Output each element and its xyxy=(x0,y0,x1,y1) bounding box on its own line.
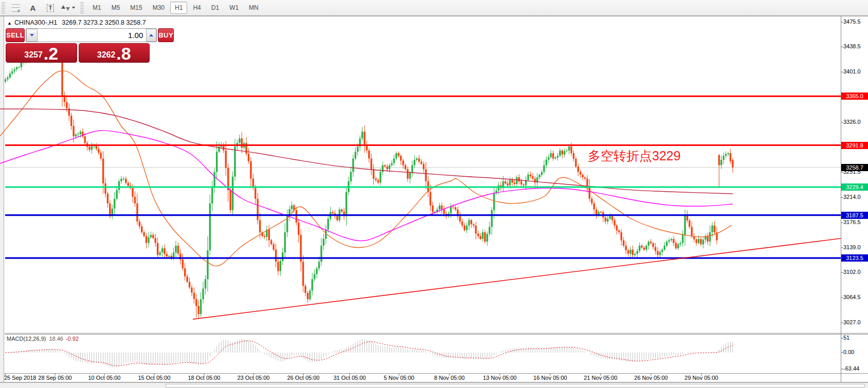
sell-price-main: 3257 xyxy=(24,51,43,59)
price-level-badge-3123.5: 3123.5 xyxy=(841,254,868,262)
date-axis-label: 5 Nov 05:00 xyxy=(384,375,414,381)
sell-button[interactable]: SELL xyxy=(6,28,25,42)
status-strip-inset xyxy=(166,384,865,387)
macd-axis-label: 0.00 xyxy=(843,349,854,355)
price-axis-label: 3475.5 xyxy=(843,19,861,25)
price-level-badge-3291.8: 3291.8 xyxy=(841,142,868,149)
price-axis-label: 3176.5 xyxy=(843,219,861,225)
buy-price-box[interactable]: 3262.8 xyxy=(79,43,150,63)
price-axis-label: 3064.5 xyxy=(843,294,861,300)
price-axis-label: 3326.0 xyxy=(843,119,861,125)
macd-value: 18.46 xyxy=(49,336,63,342)
volume-decrease-button[interactable] xyxy=(26,29,38,42)
mt4-window: F A T M1M5M15M30H1H4D1W1MN ▲CHINA300-,H1… xyxy=(0,0,868,388)
volume-input[interactable] xyxy=(38,29,146,42)
macd-histogram xyxy=(6,339,733,368)
price-level-badge-3187.5: 3187.5 xyxy=(841,212,868,219)
macd-axis-label: 51 xyxy=(843,335,849,341)
date-axis-label: 23 Oct 05:00 xyxy=(238,375,270,381)
date-axis-label: 31 Oct 05:00 xyxy=(334,375,366,381)
date-axis-label: 29 Nov 05:00 xyxy=(684,375,718,381)
chart-title: ▲CHINA300-,H13269.7 3273.2 3250.8 3258.7 xyxy=(7,19,146,26)
price-axis-label: 3139.0 xyxy=(843,244,861,250)
spinner-up-icon xyxy=(149,34,153,36)
price-axis-label: 3438.5 xyxy=(843,43,861,49)
date-axis-label: 13 Nov 05:00 xyxy=(483,375,516,381)
price-axis-label: 3401.0 xyxy=(843,68,861,75)
price-axis-label: 3102.0 xyxy=(843,269,861,275)
date-axis-label: 21 Nov 05:00 xyxy=(584,375,617,381)
price-level-badge-3258.7: 3258.7 xyxy=(841,164,868,171)
date-axis-label: 18 Oct 05:00 xyxy=(188,375,221,381)
sell-price-frac: .2 xyxy=(44,46,58,61)
price-axis-label: 3027.0 xyxy=(843,319,861,325)
buy-button[interactable]: BUY xyxy=(158,28,174,42)
chart-annotation: 多空转折点3229 xyxy=(588,147,681,164)
ascending-trend-line[interactable] xyxy=(193,238,841,319)
date-axis-label: 28 Sep 05:00 xyxy=(38,375,71,381)
macd-name: MACD(12,26,9) xyxy=(7,336,46,342)
date-axis-label: 10 Oct 05:00 xyxy=(88,375,121,381)
one-click-trading-panel: SELL BUY 3257.2 3262.8 xyxy=(6,28,150,63)
date-axis-label: 8 Nov 05:00 xyxy=(434,375,464,381)
spinner-down-icon xyxy=(30,34,34,36)
buy-price-frac: .8 xyxy=(116,46,131,61)
date-axis-label: 15 Oct 05:00 xyxy=(138,375,171,381)
volume-increase-button[interactable] xyxy=(146,29,156,42)
volume-spinner xyxy=(26,28,157,42)
price-axis-label: 3214.0 xyxy=(843,194,861,200)
date-axis-label: 16 Nov 05:00 xyxy=(533,375,567,381)
price-level-badge-3365.0: 3365.0 xyxy=(841,93,868,100)
macd-signal-value: -0.92 xyxy=(66,336,79,342)
price-level-badge-3229.4: 3229.4 xyxy=(841,183,868,191)
macd-indicator-label: MACD(12,26,9)18.46-0.92 xyxy=(7,336,79,342)
date-axis-label: 25 Sep 2018 xyxy=(4,375,36,381)
collapse-panel-icon[interactable]: ▲ xyxy=(7,21,12,26)
ohlc-values: 3269.7 3273.2 3250.8 3258.7 xyxy=(62,19,146,26)
macd-axis-label: -63.44 xyxy=(843,365,859,372)
date-axis-label: 26 Nov 05:00 xyxy=(634,375,667,381)
sell-price-box[interactable]: 3257.2 xyxy=(6,43,77,63)
buy-price-main: 3262 xyxy=(97,51,116,59)
candles-layer xyxy=(5,49,734,318)
date-axis-label: 26 Oct 05:00 xyxy=(287,375,320,381)
symbol-timeframe: CHINA300-,H1 xyxy=(14,19,57,26)
status-strip xyxy=(0,382,868,388)
